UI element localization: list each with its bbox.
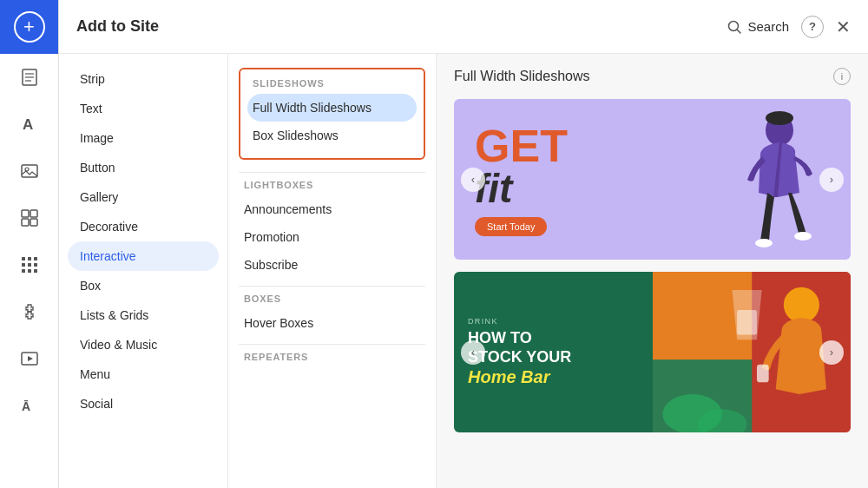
section-slideshows-label: SLIDESHOWS (240, 78, 424, 89)
svg-text:Ā: Ā (22, 399, 30, 413)
right-panel-header: Full Width Slideshows i (454, 68, 851, 85)
header-right: Search ? ✕ (727, 16, 851, 38)
svg-rect-19 (34, 269, 37, 273)
modal-header: Add to Site Search ? ✕ (59, 0, 868, 54)
section-item-announcements[interactable]: Announcements (228, 195, 436, 223)
card1-prev-arrow[interactable]: ‹ (461, 168, 485, 192)
modal: Add to Site Search ? ✕ Strip Text Image … (59, 0, 868, 488)
nav-item-interactive[interactable]: Interactive (68, 241, 219, 271)
search-label: Search (747, 19, 789, 34)
svg-rect-34 (756, 365, 768, 383)
nav-item-social[interactable]: Social (59, 389, 227, 419)
help-button[interactable]: ? (801, 16, 824, 38)
sidebar-icon-media[interactable] (0, 335, 58, 382)
nav-item-image[interactable]: Image (59, 123, 227, 153)
modal-title: Add to Site (76, 17, 727, 36)
card1-cta: Start Today (475, 217, 547, 236)
section-item-hover-boxes[interactable]: Hover Boxes (228, 309, 436, 337)
svg-marker-21 (28, 356, 33, 361)
search-area[interactable]: Search (727, 19, 789, 35)
svg-rect-18 (28, 269, 31, 273)
svg-point-28 (766, 111, 793, 125)
icon-sidebar: + A Ā (0, 0, 59, 488)
add-button[interactable]: + (14, 11, 45, 43)
nav-item-button[interactable]: Button (59, 153, 227, 182)
right-panel-title: Full Width Slideshows (454, 69, 590, 84)
right-panel: Full Width Slideshows i GET fit Start To… (437, 54, 868, 488)
nav-item-lists-grids[interactable]: Lists & Grids (59, 300, 227, 330)
nav-item-strip[interactable]: Strip (59, 64, 227, 94)
nav-item-box[interactable]: Box (59, 271, 227, 300)
svg-rect-14 (22, 263, 25, 267)
svg-rect-8 (30, 210, 37, 217)
slideshow-card-2[interactable]: DRINK HOW TO STOCK YOUR Home Bar (454, 272, 851, 432)
svg-point-26 (755, 239, 773, 247)
divider-3 (239, 344, 425, 345)
section-slideshows: SLIDESHOWS Full Width Slideshows Box Sli… (239, 68, 425, 160)
card2-title-line2: STOCK YOUR (468, 348, 639, 367)
left-nav: Strip Text Image Button Gallery Decorati… (59, 54, 228, 488)
card1-content: GET fit Start Today (454, 99, 851, 260)
card2-inner: DRINK HOW TO STOCK YOUR Home Bar (454, 272, 851, 432)
svg-rect-13 (34, 257, 37, 260)
card1-text: GET fit Start Today (475, 123, 726, 236)
sidebar-icon-image[interactable] (0, 148, 58, 195)
section-lightboxes: LIGHTBOXES Announcements Promotion Subsc… (228, 180, 436, 279)
section-repeaters: REPEATERS (228, 352, 436, 362)
nav-item-menu[interactable]: Menu (59, 359, 227, 389)
middle-panel: SLIDESHOWS Full Width Slideshows Box Sli… (228, 54, 437, 488)
svg-point-23 (729, 21, 739, 30)
svg-line-24 (738, 30, 741, 33)
card2-next-arrow[interactable]: › (819, 340, 844, 365)
sidebar-top: + (0, 0, 58, 54)
sidebar-icon-gallery[interactable] (0, 195, 58, 241)
svg-rect-9 (22, 219, 29, 226)
nav-item-text[interactable]: Text (59, 94, 227, 123)
svg-rect-5 (22, 165, 37, 177)
divider-2 (239, 286, 425, 287)
svg-rect-12 (28, 257, 31, 260)
section-boxes-label: BOXES (228, 293, 436, 304)
svg-point-6 (25, 168, 29, 171)
sidebar-icon-page[interactable] (0, 54, 58, 101)
section-item-promotion[interactable]: Promotion (228, 223, 436, 251)
svg-rect-17 (22, 269, 25, 273)
section-item-box-slideshows[interactable]: Box Slideshows (240, 122, 424, 149)
section-item-full-width[interactable]: Full Width Slideshows (247, 94, 417, 122)
svg-rect-11 (22, 257, 25, 260)
svg-point-27 (794, 232, 812, 241)
section-item-subscribe[interactable]: Subscribe (228, 251, 436, 279)
card1-headline2: fit (475, 168, 726, 208)
card1-next-arrow[interactable]: › (819, 168, 844, 192)
section-lightboxes-label: LIGHTBOXES (228, 180, 436, 190)
section-boxes: BOXES Hover Boxes (228, 293, 436, 337)
section-repeaters-label: REPEATERS (228, 352, 436, 362)
slideshow-card-1[interactable]: GET fit Start Today (454, 99, 851, 260)
search-icon (727, 19, 742, 35)
nav-item-decorative[interactable]: Decorative (59, 212, 227, 241)
sidebar-icon-font[interactable]: Ā (0, 382, 58, 429)
modal-body: Strip Text Image Button Gallery Decorati… (59, 54, 868, 488)
svg-rect-15 (28, 263, 31, 267)
sidebar-icon-text[interactable]: A (0, 101, 58, 148)
svg-text:A: A (23, 116, 33, 133)
svg-rect-32 (737, 310, 757, 335)
svg-point-33 (783, 287, 819, 323)
card2-title-line1: HOW TO (468, 329, 639, 348)
card1-person (726, 106, 830, 254)
sidebar-icon-apps[interactable] (0, 241, 58, 288)
info-icon[interactable]: i (833, 68, 851, 85)
svg-rect-7 (22, 210, 29, 217)
card2-subtitle: DRINK (468, 317, 639, 326)
card2-cursive: Home Bar (468, 366, 639, 387)
card1-inner: GET fit Start Today (454, 99, 851, 260)
nav-item-gallery[interactable]: Gallery (59, 182, 227, 212)
card2-prev-arrow[interactable]: ‹ (461, 340, 485, 365)
svg-rect-10 (30, 219, 37, 226)
close-button[interactable]: ✕ (836, 18, 851, 36)
sidebar-icon-puzzle[interactable] (0, 288, 58, 335)
svg-rect-16 (34, 263, 37, 267)
nav-item-video-music[interactable]: Video & Music (59, 330, 227, 359)
divider-1 (239, 172, 425, 173)
card1-headline1: GET (475, 123, 726, 168)
